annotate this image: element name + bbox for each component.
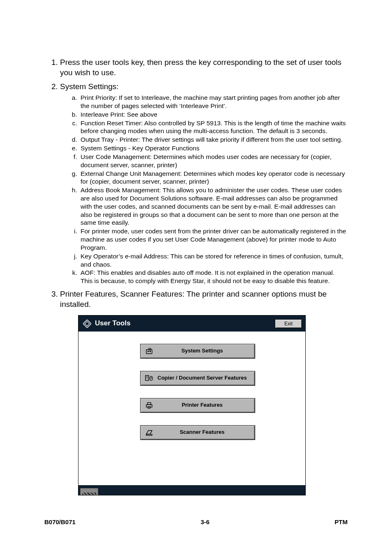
sub-e: System Settings - Key Operator Functions	[79, 144, 348, 152]
scanner-features-button[interactable]: Scanner Features	[140, 425, 255, 440]
svg-rect-4	[148, 351, 149, 352]
copier-features-label: Copier / Document Server Features	[154, 375, 251, 382]
footer-left: B070/B071	[44, 518, 76, 525]
svg-rect-5	[150, 351, 151, 352]
sub-k: AOF: This enables and disables auto off …	[79, 269, 348, 285]
scanner-icon	[145, 428, 154, 437]
scanner-features-label: Scanner Features	[154, 429, 251, 436]
diamond-icon	[83, 319, 92, 328]
step-2-sublist: Print Priority: If set to Interleave, th…	[60, 94, 348, 285]
step-1: Press the user tools key, then press the…	[60, 58, 348, 78]
sub-g: External Change Unit Management: Determi…	[79, 170, 348, 186]
footer-right: PTM	[334, 518, 348, 525]
copier-document-icon	[145, 374, 154, 383]
printer-features-button[interactable]: Printer Features	[140, 398, 255, 413]
svg-rect-12	[148, 403, 151, 405]
step-2: System Settings: Print Priority: If set …	[60, 82, 348, 285]
footer-decoration-icon	[80, 488, 98, 495]
panel-footer	[78, 485, 305, 495]
step-3: Printer Features, Scanner Features: The …	[60, 289, 348, 495]
system-settings-button[interactable]: System Settings	[140, 344, 255, 359]
svg-rect-10	[151, 377, 151, 379]
sub-d: Output Tray - Printer: The driver settin…	[79, 136, 348, 144]
printer-features-label: Printer Features	[154, 402, 251, 409]
exit-button[interactable]: Exit	[275, 319, 302, 328]
step-2-text: System Settings:	[60, 82, 119, 91]
instruction-list: Press the user tools key, then press the…	[44, 58, 348, 495]
svg-rect-3	[149, 348, 151, 350]
sub-h: Address Book Management: This allows you…	[79, 186, 348, 227]
panel-header: User Tools Exit	[78, 315, 305, 331]
sub-c: Function Reset Timer: Also controlled by…	[79, 119, 348, 136]
svg-rect-14	[146, 434, 152, 435]
step-3-text: Printer Features, Scanner Features: The …	[60, 290, 327, 309]
sub-f: User Code Management: Determines which m…	[79, 153, 348, 169]
user-tools-panel: User Tools Exit	[78, 315, 306, 495]
settings-device-icon	[145, 347, 154, 356]
svg-rect-13	[148, 407, 150, 408]
page-footer: B070/B071 3-6 PTM	[44, 518, 348, 525]
step-1-text: Press the user tools key, then press the…	[60, 58, 341, 77]
sub-a: Print Priority: If set to Interleave, th…	[79, 94, 348, 110]
printer-icon	[145, 401, 154, 410]
svg-rect-0	[83, 320, 91, 328]
footer-center: 3-6	[201, 518, 210, 525]
system-settings-label: System Settings	[154, 348, 251, 355]
svg-rect-1	[85, 321, 89, 326]
panel-title: User Tools	[95, 319, 131, 328]
sub-b: Interleave Print: See above	[79, 111, 348, 119]
sub-i: For printer mode, user codes sent from t…	[79, 227, 348, 251]
copier-features-button[interactable]: Copier / Document Server Features	[140, 371, 255, 386]
panel-body: System Settings	[78, 332, 305, 485]
sub-j: Key Operator’s e-mail Address: This can …	[79, 252, 348, 269]
